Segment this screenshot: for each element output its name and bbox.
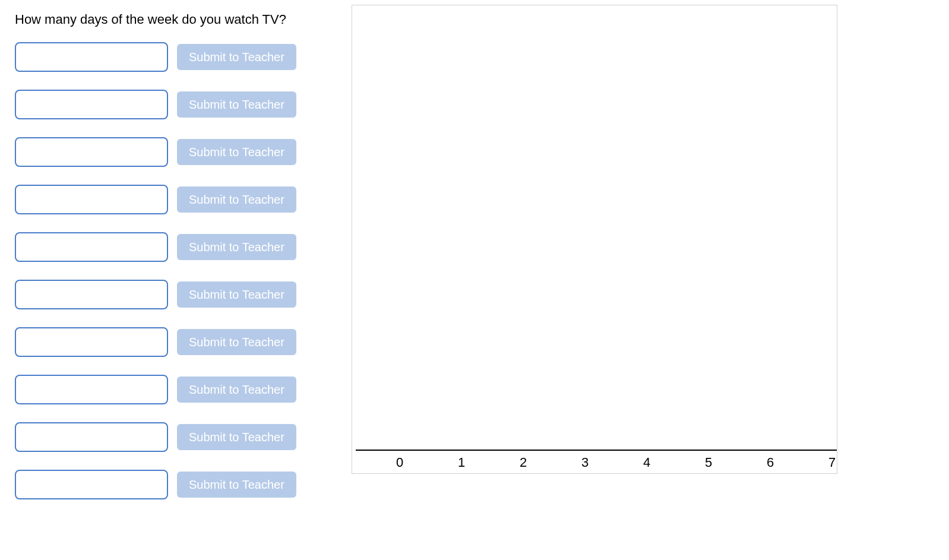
submit-button[interactable]: Submit to Teacher <box>177 329 296 355</box>
x-tick-label: 3 <box>581 455 589 470</box>
input-row: Submit to Teacher <box>15 327 312 357</box>
question-text: How many days of the week do you watch T… <box>15 12 312 27</box>
submit-button[interactable]: Submit to Teacher <box>177 44 296 70</box>
answer-input[interactable] <box>15 470 168 499</box>
input-row: Submit to Teacher <box>15 422 312 452</box>
x-tick-label: 0 <box>396 455 403 470</box>
answer-input[interactable] <box>15 90 168 119</box>
x-tick-label: 6 <box>767 455 774 470</box>
submit-button[interactable]: Submit to Teacher <box>177 377 296 403</box>
input-row: Submit to Teacher <box>15 42 312 72</box>
input-row: Submit to Teacher <box>15 232 312 262</box>
x-tick-label: 4 <box>643 455 650 470</box>
input-row: Submit to Teacher <box>15 90 312 119</box>
x-tick-label: 5 <box>705 455 712 470</box>
answer-input[interactable] <box>15 232 168 262</box>
input-panel: How many days of the week do you watch T… <box>15 12 312 517</box>
answer-input[interactable] <box>15 42 168 72</box>
input-row: Submit to Teacher <box>15 185 312 214</box>
submit-button[interactable]: Submit to Teacher <box>177 234 296 260</box>
answer-input[interactable] <box>15 137 168 167</box>
input-row: Submit to Teacher <box>15 470 312 499</box>
chart-plot-area <box>356 5 837 451</box>
chart-panel: 01234567 <box>352 5 837 474</box>
submit-button[interactable]: Submit to Teacher <box>177 91 296 118</box>
x-axis: 01234567 <box>352 452 837 473</box>
x-tick-label: 1 <box>458 455 465 470</box>
answer-input[interactable] <box>15 375 168 404</box>
answer-input[interactable] <box>15 422 168 452</box>
x-tick-label: 7 <box>828 455 836 470</box>
input-row: Submit to Teacher <box>15 137 312 167</box>
input-row: Submit to Teacher <box>15 375 312 404</box>
x-tick-label: 2 <box>520 455 527 470</box>
input-row: Submit to Teacher <box>15 280 312 309</box>
answer-input[interactable] <box>15 280 168 309</box>
submit-button[interactable]: Submit to Teacher <box>177 186 296 213</box>
submit-button[interactable]: Submit to Teacher <box>177 424 296 450</box>
submit-button[interactable]: Submit to Teacher <box>177 472 296 498</box>
answer-input[interactable] <box>15 327 168 357</box>
submit-button[interactable]: Submit to Teacher <box>177 281 296 308</box>
answer-input[interactable] <box>15 185 168 214</box>
submit-button[interactable]: Submit to Teacher <box>177 139 296 165</box>
